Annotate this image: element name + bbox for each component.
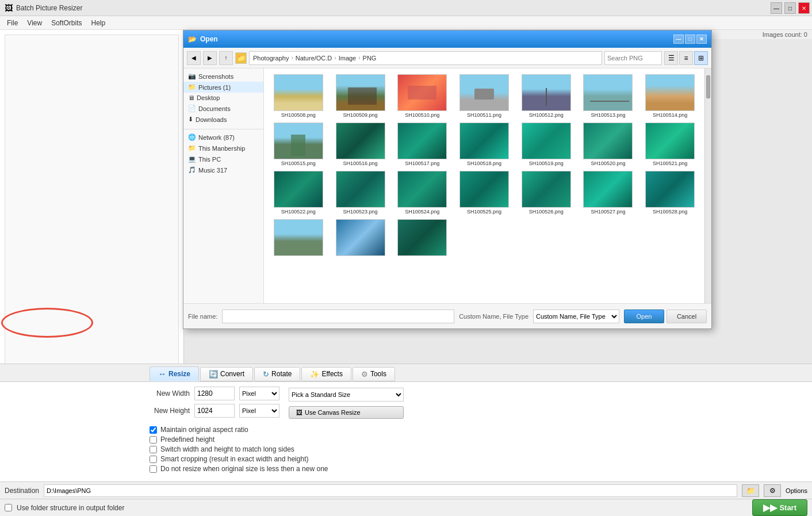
list-item[interactable]: SH100515.png: [269, 121, 328, 167]
sidebar-screenshots[interactable]: 📷 Screenshots: [183, 71, 263, 82]
list-item[interactable]: [392, 218, 452, 258]
list-item[interactable]: SH100528.png: [640, 170, 700, 216]
predefined-height-checkbox[interactable]: [150, 436, 157, 444]
list-item[interactable]: SH100514.png: [640, 73, 700, 119]
pc-icon: 💻: [188, 155, 196, 163]
checkbox-predefined-height: Predefined height: [150, 435, 662, 444]
height-unit-select[interactable]: Pixel Percent Inch cm: [239, 404, 279, 418]
file-label: SH100514.png: [653, 112, 687, 118]
canvas-resize-button[interactable]: 🖼 Use Canvas Resize: [289, 406, 404, 419]
list-item[interactable]: SH100508.png: [269, 73, 328, 119]
list-item[interactable]: SH100521.png: [640, 121, 700, 167]
forward-button[interactable]: ▶: [203, 51, 217, 65]
scrollbar-thumb[interactable]: [706, 75, 710, 98]
tab-effects[interactable]: ✨ Effects: [301, 367, 351, 381]
list-item[interactable]: SH100523.png: [331, 170, 390, 216]
options-label: Options: [786, 487, 807, 494]
open-button[interactable]: Open: [624, 309, 664, 323]
list-item[interactable]: SH100520.png: [579, 121, 638, 167]
thumbnail-image: [583, 123, 633, 159]
dialog-sidebar: 📷 Screenshots 📁 Pictures (1) 🖥 Desktop 📄…: [183, 68, 264, 303]
file-type-select[interactable]: Custom Name, File Type: [533, 309, 619, 323]
list-item[interactable]: SH100509.png: [331, 73, 390, 119]
height-input[interactable]: [194, 404, 235, 418]
destination-label: Destination: [5, 487, 39, 495]
sidebar-music[interactable]: 🎵 Music 317: [183, 165, 263, 175]
close-button[interactable]: ✕: [798, 2, 810, 14]
menu-file[interactable]: File: [2, 18, 22, 28]
list-item[interactable]: SH100510.png: [392, 73, 452, 119]
list-item[interactable]: SH100518.png: [454, 121, 514, 167]
tab-tools[interactable]: ⚙ Tools: [353, 367, 395, 381]
menu-view[interactable]: View: [22, 18, 47, 28]
sidebar-desktop[interactable]: 🖥 Desktop: [183, 93, 263, 103]
dialog-bottom-bar: File name: Custom Name, File Type Custom…: [183, 303, 711, 328]
tab-rotate[interactable]: ↻ Rotate: [254, 367, 300, 381]
sidebar-pictures[interactable]: 📁 Pictures (1): [183, 82, 263, 93]
maximize-button[interactable]: □: [784, 2, 796, 14]
list-item[interactable]: SH100526.png: [516, 170, 576, 216]
dialog-search-input[interactable]: [604, 51, 662, 65]
destination-input[interactable]: [44, 484, 737, 497]
view-grid-button[interactable]: ⊞: [694, 51, 708, 65]
switch-sides-label: Switch width and height to match long si…: [160, 445, 294, 453]
dialog-close[interactable]: ✕: [696, 35, 707, 44]
list-item[interactable]: SH100522.png: [269, 170, 328, 216]
folder-structure-label: Use folder structure in output folder: [17, 504, 124, 512]
width-unit-select[interactable]: Pixel Percent Inch cm: [239, 387, 279, 400]
dialog-minimize[interactable]: —: [673, 35, 684, 44]
cancel-button[interactable]: Cancel: [667, 309, 707, 323]
switch-sides-checkbox[interactable]: [150, 446, 157, 453]
menu-softorbits[interactable]: SoftOrbits: [47, 18, 86, 28]
path-bar[interactable]: Photography › Nature/OC.D › Image › PNG: [249, 51, 602, 65]
thumbnail-image: [583, 171, 633, 208]
resize-top-row: New Width Pixel Percent Inch cm New Heig…: [150, 387, 662, 421]
list-item[interactable]: SH100524.png: [392, 170, 452, 216]
up-button[interactable]: ↑: [219, 51, 233, 65]
sidebar-pc[interactable]: 💻 This PC: [183, 154, 263, 165]
list-item[interactable]: SH100525.png: [454, 170, 514, 216]
settings-button[interactable]: ⚙: [764, 484, 781, 497]
back-button[interactable]: ◀: [187, 51, 201, 65]
view-details-button[interactable]: ≡: [679, 51, 693, 65]
file-name-input[interactable]: [222, 309, 454, 323]
aspect-ratio-checkbox[interactable]: [150, 426, 157, 434]
path-part-4: PNG: [363, 55, 377, 62]
file-label: SH100524.png: [405, 209, 439, 215]
thumbnail-image: [522, 123, 571, 159]
sidebar-documents[interactable]: 📄 Documents: [183, 103, 263, 114]
tab-convert[interactable]: 🔄 Convert: [200, 367, 253, 381]
list-item[interactable]: [269, 218, 328, 258]
tab-resize[interactable]: ↔ Resize: [150, 366, 199, 381]
list-item[interactable]: SH100511.png: [454, 73, 514, 119]
list-item[interactable]: SH100516.png: [331, 121, 390, 167]
thumbnail-grid: SH100508.png SH100509.png: [269, 73, 700, 258]
start-button[interactable]: ▶▶ Start: [752, 499, 807, 516]
folder-structure-checkbox[interactable]: [5, 504, 12, 511]
width-row: New Width Pixel Percent Inch cm: [150, 387, 279, 400]
minimize-button[interactable]: —: [771, 2, 782, 14]
sidebar-membership[interactable]: 📁 This Manbership: [183, 143, 263, 154]
list-item[interactable]: [331, 218, 390, 258]
list-item[interactable]: SH100527.png: [579, 170, 638, 216]
smart-crop-checkbox[interactable]: [150, 456, 157, 463]
sidebar-network[interactable]: 🌐 Network (87): [183, 132, 263, 143]
dialog-maximize[interactable]: □: [685, 35, 695, 44]
list-item[interactable]: SH100519.png: [516, 121, 576, 167]
dest-browse-button[interactable]: 📁: [742, 484, 759, 497]
menu-help[interactable]: Help: [87, 18, 110, 28]
list-item[interactable]: SH100513.png: [579, 73, 638, 119]
sidebar-downloads[interactable]: ⬇ Downloads: [183, 114, 263, 125]
width-input[interactable]: [194, 387, 235, 400]
file-label: SH100510.png: [405, 112, 439, 118]
file-label: SH100509.png: [343, 112, 378, 118]
tab-convert-label: Convert: [220, 370, 244, 378]
file-label: SH100515.png: [281, 160, 316, 166]
view-list-button[interactable]: ☰: [664, 51, 678, 65]
standard-size-select[interactable]: Pick a Standard Size 640x480 800x600 102…: [289, 388, 404, 402]
no-resize-checkbox[interactable]: [150, 465, 157, 473]
list-item[interactable]: SH100512.png: [516, 73, 576, 119]
list-item[interactable]: SH100517.png: [392, 121, 452, 167]
path-part-3: Image: [339, 55, 357, 62]
vertical-scrollbar[interactable]: [704, 68, 711, 303]
